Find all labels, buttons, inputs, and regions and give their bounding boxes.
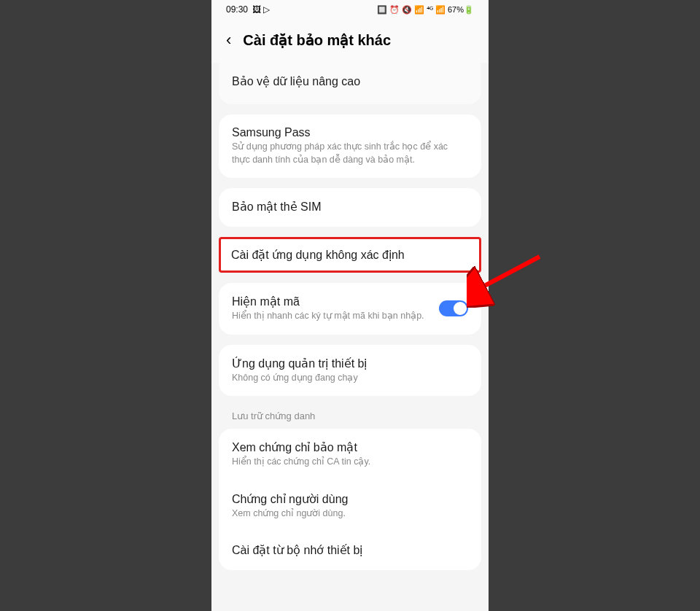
item-show-password[interactable]: Hiện mật mã Hiển thị nhanh các ký tự mật… [219, 283, 481, 335]
item-sim-security[interactable]: Bảo mật thẻ SIM [219, 188, 481, 227]
status-system-icons: 🔲 ⏰ 🔇 📶 ⁴ᴳ 📶 [377, 5, 446, 15]
item-subtitle: Hiển thị nhanh các ký tự mật mã khi bạn … [232, 310, 432, 323]
item-title: Hiện mật mã [232, 295, 432, 308]
item-trusted-credentials[interactable]: Xem chứng chỉ bảo mật Hiển thị các chứng… [219, 429, 481, 480]
status-battery: 67%🔋 [448, 5, 474, 15]
item-advanced-data-protection[interactable]: Bảo vệ dữ liệu nâng cao [219, 63, 481, 101]
back-button[interactable]: ‹ [226, 31, 231, 50]
item-subtitle: Xem chứng chỉ người dùng. [232, 507, 468, 521]
item-title: Bảo mật thẻ SIM [232, 200, 468, 214]
item-subtitle: Không có ứng dụng đang chạy [232, 372, 468, 385]
item-title: Samsung Pass [232, 126, 468, 139]
section-credential-storage: Lưu trữ chứng danh [211, 406, 489, 429]
status-bar: 09:30 🖼 ▷ 🔲 ⏰ 🔇 📶 ⁴ᴳ 📶 67%🔋 [211, 0, 489, 19]
item-user-credentials[interactable]: Chứng chỉ người dùng Xem chứng chỉ người… [219, 480, 481, 532]
item-install-unknown-apps[interactable]: Cài đặt ứng dụng không xác định [219, 237, 481, 273]
status-app-icons: 🖼 ▷ [252, 4, 270, 15]
item-title: Cài đặt ứng dụng không xác định [231, 248, 469, 262]
item-title: Ứng dụng quản trị thiết bị [232, 357, 468, 370]
item-subtitle: Sử dụng phương pháp xác thực sinh trắc h… [232, 141, 468, 166]
item-install-from-storage[interactable]: Cài đặt từ bộ nhớ thiết bị [219, 532, 481, 570]
item-title: Cài đặt từ bộ nhớ thiết bị [232, 543, 468, 557]
item-subtitle: Hiển thị các chứng chỉ CA tin cậy. [232, 456, 468, 469]
item-title: Chứng chỉ người dùng [232, 492, 468, 506]
status-time: 09:30 [226, 4, 248, 15]
settings-content: Bảo vệ dữ liệu nâng cao Samsung Pass Sử … [211, 63, 489, 570]
item-samsung-pass[interactable]: Samsung Pass Sử dụng phương pháp xác thự… [219, 114, 481, 178]
item-title: Xem chứng chỉ bảo mật [232, 440, 468, 454]
item-device-admin-apps[interactable]: Ứng dụng quản trị thiết bị Không có ứng … [219, 345, 481, 397]
phone-screen: 09:30 🖼 ▷ 🔲 ⏰ 🔇 📶 ⁴ᴳ 📶 67%🔋 ‹ Cài đặt bả… [211, 0, 489, 611]
item-title: Bảo vệ dữ liệu nâng cao [232, 74, 468, 88]
page-title: Cài đặt bảo mật khác [243, 31, 391, 49]
header: ‹ Cài đặt bảo mật khác [211, 19, 489, 63]
toggle-show-password[interactable] [439, 300, 468, 316]
